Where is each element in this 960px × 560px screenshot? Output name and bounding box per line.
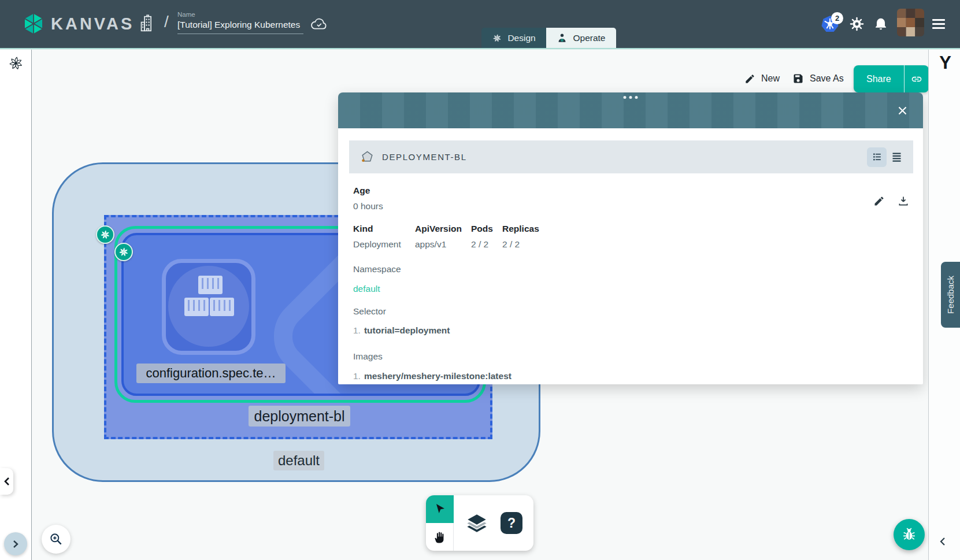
deployment-node-label: deployment-bl <box>249 406 350 427</box>
pentagon-node-icon <box>360 150 375 164</box>
kanvas-logo-icon[interactable] <box>21 11 46 36</box>
mode-switcher: Design Operate <box>481 28 616 48</box>
help-label: ? <box>507 516 516 531</box>
meshery-swirl-icon <box>492 33 502 43</box>
lines-list-icon <box>891 151 903 163</box>
tab-design-label: Design <box>507 33 535 43</box>
new-design-button[interactable]: New <box>744 70 780 87</box>
header-accent-line <box>0 48 960 50</box>
user-avatar[interactable] <box>897 9 924 36</box>
organization-icon[interactable] <box>139 14 156 33</box>
expand-left-drawer-button[interactable] <box>4 532 27 555</box>
list-dots-icon <box>872 151 883 162</box>
selector-label: Selector <box>353 306 909 317</box>
collapse-right-chevron-icon[interactable] <box>939 536 947 547</box>
close-icon[interactable] <box>897 105 908 116</box>
col-header: Replicas <box>502 224 543 234</box>
pencil-icon <box>744 73 755 84</box>
node-details-panel: DEPLOYMENT-BL <box>338 92 923 384</box>
cell-pods: 2 / 2 <box>471 239 502 250</box>
kind-table: Kind ApiVersion Pods Replicas Deployment… <box>353 224 909 250</box>
breadcrumb-separator: / <box>164 13 169 31</box>
menu-hamburger-icon[interactable] <box>932 19 945 31</box>
meshery-badge-icon[interactable] <box>114 243 133 261</box>
validate-bug-button[interactable] <box>894 519 925 550</box>
drag-handle-dots[interactable] <box>624 96 638 99</box>
cursor-arrow-icon <box>433 502 447 516</box>
brand-title: KANVAS <box>51 14 134 34</box>
panel-title: DEPLOYMENT-BL <box>382 152 867 162</box>
col-header: ApiVersion <box>415 224 471 234</box>
right-dock: Y Feedback <box>928 48 960 560</box>
canvas-tool-dock: ? <box>426 495 533 551</box>
notifications-bell-icon[interactable] <box>873 16 888 31</box>
namespace-label: Namespace <box>353 264 909 275</box>
panel-header[interactable] <box>338 92 923 128</box>
collapse-left-handle[interactable] <box>0 468 13 495</box>
selector-value: 1.tutorial=deployment <box>353 325 909 336</box>
images-label: Images <box>353 351 909 362</box>
container-icon <box>198 276 223 294</box>
view-compact-toggle[interactable] <box>867 147 887 167</box>
cell-replicas: 2 / 2 <box>502 239 543 250</box>
save-as-button[interactable]: Save As <box>792 70 844 87</box>
settings-gear-icon[interactable] <box>849 16 865 32</box>
pan-tool-button[interactable] <box>426 523 454 551</box>
tab-operate[interactable]: Operate <box>546 28 616 48</box>
context-count-badge: 2 <box>831 12 843 24</box>
design-name-field[interactable]: Name [Tutorial] Exploring Kubernetes <box>177 11 303 34</box>
design-name-input[interactable]: [Tutorial] Exploring Kubernetes <box>177 20 303 34</box>
select-tool-button[interactable] <box>426 495 454 523</box>
magnifier-plus-icon <box>49 532 64 547</box>
cell-apiversion: apps/v1 <box>415 239 471 250</box>
tab-operate-label: Operate <box>573 33 605 43</box>
images-value: 1.meshery/meshery-milestone:latest <box>353 371 909 381</box>
meshery-outline-icon[interactable] <box>8 55 24 71</box>
namespace-node-label: default <box>273 451 324 470</box>
view-list-toggle[interactable] <box>887 147 906 167</box>
top-bar: KANVAS / Name [Tutorial] Exploring Kuber… <box>0 0 960 48</box>
zoom-in-button[interactable] <box>42 525 71 554</box>
share-button-group: Share <box>854 65 929 92</box>
pod-template-label: configuration.spec.te… <box>136 364 286 383</box>
pod-template-node[interactable] <box>162 259 255 355</box>
panel-title-bar: DEPLOYMENT-BL <box>349 140 913 173</box>
chevron-left-icon <box>3 477 11 486</box>
layer5-y-logo[interactable]: Y <box>929 53 960 73</box>
cell-kind: Deployment <box>353 239 415 250</box>
age-label: Age <box>353 186 909 196</box>
feedback-label: Feedback <box>946 276 955 314</box>
tab-design[interactable]: Design <box>481 28 546 48</box>
hand-icon <box>433 530 447 544</box>
container-icon <box>210 298 234 316</box>
design-name-label: Name <box>177 11 303 18</box>
namespace-value[interactable]: default <box>353 284 909 294</box>
cloud-saved-icon <box>310 16 328 31</box>
col-header: Kind <box>353 224 415 234</box>
save-icon <box>792 73 804 84</box>
copy-link-button[interactable] <box>905 73 929 85</box>
save-as-label: Save As <box>810 73 844 84</box>
help-button[interactable]: ? <box>501 512 522 534</box>
layers-tool-icon[interactable] <box>465 511 489 535</box>
edit-pencil-icon[interactable] <box>873 195 885 207</box>
operator-person-icon <box>557 32 568 43</box>
link-icon <box>911 73 922 85</box>
share-button[interactable]: Share <box>854 74 904 84</box>
feedback-tab[interactable]: Feedback <box>941 262 960 328</box>
download-icon[interactable] <box>898 195 909 207</box>
bug-icon <box>901 526 917 543</box>
chevron-right-icon <box>12 540 20 548</box>
age-value: 0 hours <box>353 201 909 212</box>
meshery-badge-icon[interactable] <box>96 225 114 244</box>
container-icon <box>184 298 209 316</box>
panel-body: Age 0 hours Kind ApiVersion Pods Replica… <box>338 186 923 381</box>
new-label: New <box>761 73 780 84</box>
col-header: Pods <box>471 224 502 234</box>
left-dock <box>0 50 32 560</box>
